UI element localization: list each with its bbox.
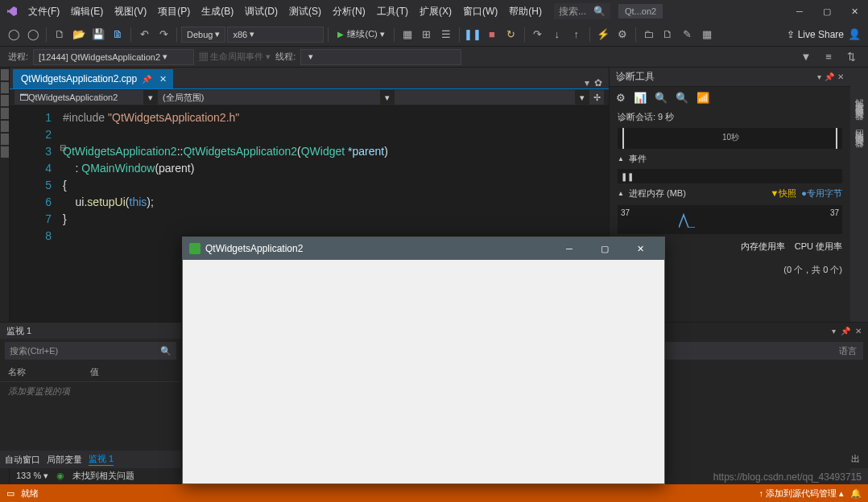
panel-dropdown-icon[interactable]: ▾ [832,327,836,335]
liveshare-button[interactable]: ⇪Live Share [787,29,844,40]
diag-timeline[interactable]: 10秒 [618,128,842,149]
nav-scope2[interactable]: (全局范围) [158,90,380,105]
filter-icon[interactable]: ▼ [797,48,815,66]
restart-icon[interactable]: ↻ [502,26,520,43]
solution-explorer-tab[interactable]: 解决方案资源管理器 [854,92,866,106]
platform-combo[interactable]: x86 ▾ [227,27,324,43]
menu-debug[interactable]: 调试(D) [239,0,283,23]
feedback-icon[interactable]: 👤 [845,26,863,43]
tab-dropdown-icon[interactable]: ▾ [585,77,589,88]
menu-extensions[interactable]: 扩展(X) [414,0,457,23]
sort-icon[interactable]: ⇅ [842,48,860,66]
tb-ext2[interactable]: ⚙ [614,26,631,43]
tb-icon1[interactable]: ▦ [399,26,416,43]
open-icon[interactable]: 📂 [70,26,88,43]
panel-dropdown-icon[interactable]: ▾ [817,72,821,81]
nav-fwd-icon[interactable]: ◯ [24,26,42,43]
notifications-icon[interactable]: 🔔 [850,488,862,499]
tb-icon2[interactable]: ⊞ [418,26,436,43]
status-icon: ▭ [6,488,14,499]
redo-icon[interactable]: ↷ [155,26,172,43]
panel-close-icon[interactable]: ✕ [837,72,844,81]
window-close[interactable]: ✕ [841,0,868,23]
child-minimize[interactable]: ─ [552,237,587,260]
diag-session: 诊断会话: 9 秒 [610,108,850,126]
lifecycle-label: 生命周期事件 [210,51,263,61]
window-maximize[interactable]: ▢ [813,0,841,23]
nav-scope[interactable]: 🗔 QtWidgetsApplication2 [14,90,143,105]
tb-ext1[interactable]: ⚡ [594,26,612,43]
watch-col-val[interactable]: 值 [90,366,99,378]
search-icon: 🔍 [160,346,172,356]
title-search-ph: 搜索... [559,5,586,19]
nav-back-icon[interactable]: ◯ [5,26,23,43]
events-head[interactable]: 事件 [629,153,647,165]
zoomout-icon[interactable]: 🔍 [676,92,688,104]
tb-icon3[interactable]: ☰ [437,26,455,43]
save-all-icon[interactable]: 🗎 [109,26,126,43]
gear-icon[interactable]: ⚙ [616,92,626,104]
child-titlebar[interactable]: QtWidgetsApplication2 ─ ▢ ✕ [183,237,664,260]
step-out-icon[interactable]: ↑ [568,26,585,43]
window-minimize[interactable]: ─ [786,0,813,23]
watch-search[interactable]: 搜索(Ctrl+E) 🔍 [5,342,176,360]
tb-ext3[interactable]: 🗀 [640,26,658,43]
menu-build[interactable]: 生成(B) [196,0,239,23]
menu-analyze[interactable]: 分析(N) [327,0,371,23]
pin-icon[interactable]: 📌 [142,75,151,84]
step-into-icon[interactable]: ↓ [548,26,566,43]
tb-ext4[interactable]: 🗋 [659,26,677,43]
process-combo[interactable]: [12444] QtWidgetsApplication2 ▾ [33,49,194,65]
procmem-head[interactable]: ▲进程内存 (MB) ▼快照 ●专用字节 [610,185,850,202]
title-search[interactable]: 搜索... 🔍 [554,3,610,19]
menu-file[interactable]: 文件(F) [23,0,65,23]
undo-icon[interactable]: ↶ [135,26,153,43]
fold-collapse-icon[interactable]: ⊟ [60,143,66,152]
tb-ext6[interactable]: ▦ [698,26,716,43]
memory-chart[interactable]: 37 37 [618,205,842,234]
menu-test[interactable]: 测试(S) [283,0,327,23]
editor-tabbar: QtWidgetsApplication2.cpp 📌 ✕ ▾ ✿ [10,68,609,88]
menu-view[interactable]: 视图(V) [109,0,152,23]
tab-gear-icon[interactable]: ✿ [594,77,602,88]
menu-window[interactable]: 窗口(W) [457,0,503,23]
step-over-icon[interactable]: ↷ [529,26,547,43]
nav-split-icon[interactable]: ✢ [589,90,604,105]
source-control[interactable]: ↑ 添加到源代码管理 ▴ [758,488,844,500]
tab-local[interactable]: 局部变量 [47,454,82,466]
zoom-level[interactable]: 133 % ▾ [16,471,48,481]
columns-icon[interactable]: 📶 [696,92,709,104]
menu-help[interactable]: 帮助(H) [503,0,548,23]
tb-ext5[interactable]: ✎ [679,26,696,43]
continue-button[interactable]: ▶继续(C) ▾ [333,26,389,43]
chart-icon[interactable]: 📊 [634,92,647,104]
menu-project[interactable]: 项目(P) [152,0,196,23]
child-close[interactable]: ✕ [622,237,658,260]
watch-col-name[interactable]: 名称 [8,366,26,378]
tab-auto[interactable]: 自动窗口 [5,454,40,466]
file-tab-active[interactable]: QtWidgetsApplication2.cpp 📌 ✕ [13,69,173,88]
child-app-icon [189,243,200,254]
stack-icon[interactable]: ≡ [820,48,837,66]
save-icon[interactable]: 💾 [89,26,107,43]
thread-combo[interactable]: ▾ [300,49,461,65]
stop-icon[interactable]: ■ [483,26,501,43]
child-app-window[interactable]: QtWidgetsApplication2 ─ ▢ ✕ [182,237,665,484]
pause-icon[interactable]: ❚❚ [464,26,482,43]
proc-label: 进程: [8,51,28,63]
zoomin-icon[interactable]: 🔍 [655,92,668,104]
watch-hint[interactable]: 添加要监视的项 [0,382,181,401]
menu-tools[interactable]: 工具(T) [371,0,414,23]
tab-watch[interactable]: 监视 1 [89,453,114,466]
panel-pin-icon[interactable]: 📌 [825,72,834,81]
child-maximize[interactable]: ▢ [587,237,622,260]
panel-pin-icon[interactable]: 📌 [841,327,850,335]
nav-member[interactable] [395,90,575,105]
menu-edit[interactable]: 编辑(E) [65,0,109,23]
events-box[interactable]: ❚❚ [618,169,842,183]
config-combo[interactable]: Debug ▾ [181,27,225,43]
new-project-icon[interactable]: 🗋 [51,26,68,43]
tab-close-icon[interactable]: ✕ [159,74,167,84]
panel-close-icon[interactable]: ✕ [855,327,862,335]
team-explorer-tab[interactable]: 团队资源管理器 [854,122,866,134]
